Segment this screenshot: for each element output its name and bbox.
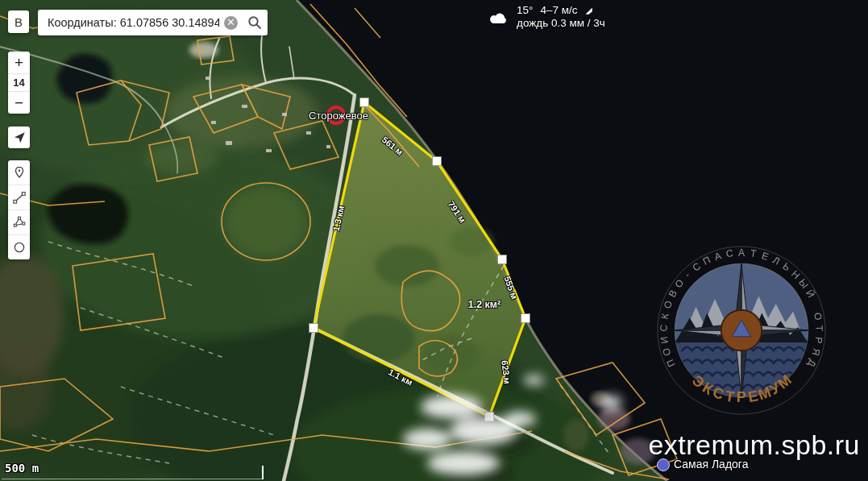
weather-widget: 15° 4–7 м/с дождь 0.3 мм / 3ч [488,4,605,30]
locate-me-button[interactable] [8,126,30,148]
search-input[interactable] [38,16,224,29]
map-app: Сторожевое Самая Ладога 1.2 км² 561 м791… [0,0,868,481]
measure-vertex[interactable] [309,324,318,333]
polygon-icon [12,215,27,230]
zoom-out-button[interactable]: − [8,92,30,114]
measure-tools-panel [8,160,30,259]
measure-vertex[interactable] [433,157,442,166]
circle-icon [12,240,27,255]
clear-search-icon[interactable]: ✕ [224,16,238,30]
wind-speed: 4–7 м/с [540,4,577,17]
zoom-panel: + 14 − [8,52,30,114]
measure-vertex[interactable] [498,255,507,264]
navigation-arrow-icon [12,131,27,145]
polygon-tool-button[interactable] [8,209,30,234]
sidebar-toggle-button[interactable]: В [8,10,29,33]
map-canvas[interactable] [0,0,868,481]
search-bar: ✕ [38,10,268,35]
zoom-level: 14 [8,73,30,92]
placemark-icon [12,165,27,180]
ruler-tool-button[interactable] [8,185,30,209]
placemark-tool-button[interactable] [8,160,30,185]
poi-icon[interactable] [657,458,670,471]
zoom-in-button[interactable]: + [8,52,30,73]
temperature: 15° [517,4,533,17]
cloud-icon [488,10,510,26]
measure-vertex[interactable] [521,314,530,323]
measure-vertex[interactable] [360,98,369,107]
precipitation: дождь 0.3 мм / 3ч [517,17,605,30]
ruler-icon [12,190,27,205]
circle-tool-button[interactable] [8,234,30,259]
search-icon[interactable] [244,12,265,33]
wind-direction-icon [584,6,593,15]
